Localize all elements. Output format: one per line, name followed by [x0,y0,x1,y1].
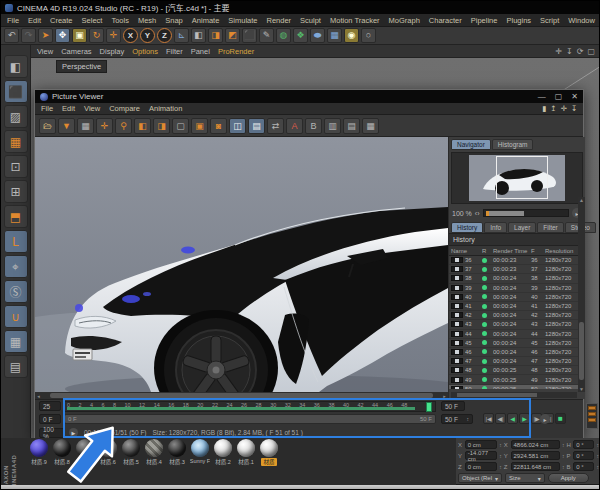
pv-menu-item[interactable]: File [41,104,53,113]
menu-item[interactable]: Pipeline [471,16,498,25]
model-mode-icon[interactable]: ⬛ [4,80,28,103]
column-header[interactable]: Resolution [545,248,581,254]
pv-menu-item[interactable]: Edit [62,104,75,113]
material-sphere[interactable] [30,439,48,457]
table-row[interactable]: 50 00:00:25 50 1280x720 [449,385,585,389]
framerate-field[interactable]: 25 [39,401,61,411]
compare-stack-icon[interactable]: ▤ [248,118,265,134]
mograph-array-icon[interactable]: ❖ [293,28,308,43]
viewport-menu-item[interactable]: ProRender [218,47,254,56]
viewport-menu-item[interactable]: Cameras [61,47,91,56]
navigator-selection-rect[interactable] [496,156,548,199]
size-field[interactable]: 4866.024 cm [511,440,561,449]
histogram-grid1-icon[interactable]: ▥ [324,118,341,134]
scroll-right-arrow[interactable]: ▸ [441,393,448,399]
frame-b-icon[interactable]: ▣ [191,118,208,134]
table-row[interactable]: 47 00:00:24 47 1280x720 [449,357,585,366]
rotate-tool-icon[interactable]: ↻ [89,28,104,43]
zoom-level[interactable]: 100 % [452,210,472,217]
field-stepper[interactable]: ↕ [499,453,502,459]
menu-item[interactable]: Sculpt [300,16,321,25]
position-field[interactable]: 0 cm [465,462,498,471]
field-stepper[interactable]: ↕ [562,453,565,459]
z-axis-lock-icon[interactable]: Z [157,28,172,43]
scrollbar-thumb[interactable] [457,393,537,397]
scroll-up-arrow[interactable]: ▲ [578,197,585,203]
make-editable-icon[interactable]: ◧ [4,55,28,78]
timeline-options-button[interactable]: ▸ [540,414,550,424]
position-field[interactable]: -14.077 cm [465,451,498,460]
maximize-button[interactable]: ▢ [555,92,563,101]
camera-icon[interactable]: ◉ [344,28,359,43]
coordinate-system-icon[interactable]: ⊾ [174,28,189,43]
column-header[interactable]: Render Time [493,248,530,254]
field-stepper[interactable]: ↕ [562,442,565,448]
table-row[interactable]: 48 00:00:25 48 1280x720 [449,366,585,375]
menu-item[interactable]: File [7,16,19,25]
play-forward-button[interactable]: ▶ [519,413,530,424]
viewport-menu-item[interactable]: Display [100,47,125,56]
redo-icon[interactable]: ↷ [21,28,36,43]
stop-button[interactable]: ■ [555,413,566,424]
viewport-label[interactable]: Perspective [56,60,107,73]
last-tool-icon[interactable]: ✛ [106,28,121,43]
table-row[interactable]: 37 00:00:23 37 1280x720 [449,265,585,274]
edges-mode-icon[interactable]: ⊞ [4,180,28,203]
minimize-button[interactable]: — [538,92,546,101]
axis-mode-icon[interactable]: L [4,230,28,253]
size-field[interactable]: 22811.648 cm [511,462,561,471]
scrollbar-thumb[interactable] [50,393,433,398]
menu-item[interactable]: Character [429,16,462,25]
render-settings-icon[interactable]: ◨ [208,28,223,43]
pin-icon[interactable]: ▮ [542,104,546,113]
picture-viewer-title-bar[interactable]: Picture Viewer —▢✕ [35,90,583,103]
viewport-menu-item[interactable]: Filter [166,47,183,56]
viewport-move-icon[interactable]: ✛ [555,47,562,56]
menu-item[interactable]: Select [82,16,103,25]
material-swatch[interactable]: 材质.2 [212,439,234,466]
material-swatch[interactable]: 材质.1 [235,439,257,466]
frame-a-icon[interactable]: ▢ [172,118,189,134]
menu-item[interactable]: Simulate [228,16,257,25]
menu-item[interactable]: MoGraph [389,16,420,25]
table-row[interactable]: 42 00:00:24 42 1280x720 [449,311,585,320]
compare-ab-icon[interactable]: ◫ [229,118,246,134]
polygons-mode-icon[interactable]: ⬒ [4,205,28,228]
size-dropdown[interactable]: Size▾ [505,473,545,483]
light-icon[interactable]: ○ [361,28,376,43]
history-tab[interactable]: History [451,222,483,233]
zoom-view-icon[interactable]: ⚲ [115,118,132,134]
layout-grid-icon[interactable]: ▦ [77,118,94,134]
field-stepper[interactable]: ↕ [499,464,502,470]
y-axis-lock-icon[interactable]: Y [140,28,155,43]
material-sphere[interactable] [237,439,255,457]
swap-ab-icon[interactable]: ⇄ [267,118,284,134]
move-panel-icon[interactable]: ✛ [560,104,566,113]
viewport-solo-icon[interactable]: ⌖ [4,255,28,278]
history-tab[interactable]: Layer [508,222,536,233]
field-stepper[interactable]: ↕ [596,464,599,470]
column-header[interactable]: Name [451,248,481,254]
menu-item[interactable]: Render [267,16,292,25]
render-queue-icon[interactable]: ◩ [225,28,240,43]
dock-icon[interactable]: ↧ [571,104,577,113]
viewport-zoom-icon[interactable]: ↧ [566,47,573,56]
menu-item[interactable]: Snap [165,16,183,25]
histogram-grid3-icon[interactable]: ▦ [362,118,379,134]
column-header[interactable]: F [531,248,544,254]
viewport-menu-item[interactable]: View [37,47,53,56]
material-sphere[interactable] [260,439,278,457]
move-tool-icon[interactable]: ✥ [55,28,70,43]
histogram-grid2-icon[interactable]: ▤ [343,118,360,134]
snap-toggle-icon[interactable]: Ⓢ [4,280,28,303]
current-frame-field[interactable]: 50 F ↕ [441,414,473,424]
spline-pen-icon[interactable]: ✎ [259,28,274,43]
add-cube-icon[interactable]: ⬛ [242,28,257,43]
menu-item[interactable]: Animate [192,16,220,25]
undo-icon[interactable]: ↶ [4,28,19,43]
pv-menu-item[interactable]: Animation [149,104,182,113]
navigator-preview[interactable] [451,152,583,204]
pv-menu-item[interactable]: Compare [109,104,140,113]
table-row[interactable]: 44 00:00:24 44 1280x720 [449,330,585,339]
viewport-menu-item[interactable]: Panel [191,47,210,56]
